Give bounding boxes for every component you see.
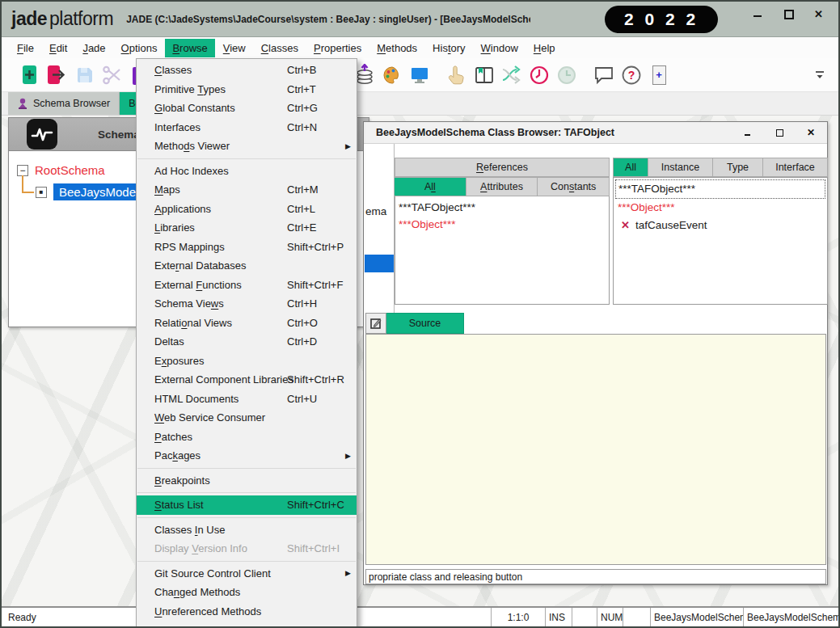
menu-item[interactable]: Global Constants Ctrl+G bbox=[137, 99, 357, 118]
tab-source[interactable]: Source bbox=[386, 313, 464, 334]
status-current-schema: BeeJaysModelSchema bbox=[650, 608, 743, 626]
menu-item[interactable]: Breakpoints bbox=[137, 471, 357, 491]
add-icon[interactable] bbox=[18, 62, 42, 88]
maximize-icon[interactable] bbox=[783, 9, 795, 20]
references-list-item[interactable]: ***TAFObject*** bbox=[399, 199, 606, 216]
menubar-item[interactable]: Edit bbox=[42, 39, 74, 57]
menu-item[interactable]: Maps Ctrl+M bbox=[137, 180, 357, 200]
references-list[interactable]: ***TAFObject******Object*** bbox=[395, 196, 610, 305]
help-icon[interactable]: ? bbox=[619, 62, 644, 88]
tree-expander-icon[interactable]: − bbox=[17, 165, 28, 176]
class-browser-title: BeeJaysModelSchema Class Browser: TAFObj… bbox=[376, 127, 614, 138]
references-subtab[interactable]: Attributes bbox=[466, 177, 538, 196]
menu-item[interactable]: Status List Shift+Ctrl+C bbox=[137, 495, 357, 515]
mdi-client-area: Schema Brow − RootSchema ■ BeeJaysModelS… bbox=[2, 116, 838, 608]
maximize-icon[interactable] bbox=[775, 129, 784, 137]
window-controls bbox=[753, 9, 825, 20]
menu-item[interactable]: External Functions Shift+Ctrl+F bbox=[137, 276, 357, 295]
menu-item[interactable]: Unreferenced Methods bbox=[137, 602, 357, 622]
members-list-item[interactable]: ***TAFObject*** bbox=[615, 179, 825, 199]
menubar-item[interactable]: Help bbox=[526, 39, 563, 57]
members-tab-type[interactable]: Type bbox=[713, 158, 763, 177]
references-panel: References AllAttributesConstants ***TAF… bbox=[395, 158, 610, 305]
menubar-item[interactable]: File bbox=[10, 39, 41, 57]
menubar-item[interactable]: View bbox=[216, 39, 253, 57]
menu-item[interactable]: Checked Out Methods bbox=[137, 621, 357, 628]
menubar-item[interactable]: Jade bbox=[75, 39, 112, 57]
menu-item[interactable]: Deltas Ctrl+D bbox=[137, 332, 357, 352]
menubar-item[interactable]: Properties bbox=[306, 39, 369, 57]
class-list-selected-row[interactable] bbox=[365, 255, 394, 272]
pin-icon bbox=[17, 97, 28, 110]
members-list-item[interactable]: tafCauseEvent bbox=[615, 217, 825, 234]
tab-references[interactable]: References bbox=[395, 158, 610, 177]
menu-item[interactable]: External Component Libraries Shift+Ctrl+… bbox=[137, 370, 357, 390]
status-spacer-2 bbox=[623, 608, 650, 626]
tree-expander-icon[interactable]: ■ bbox=[36, 187, 47, 198]
hand-pointer-icon[interactable] bbox=[445, 62, 469, 88]
menu-item[interactable]: Ad Hoc Indexes bbox=[137, 162, 357, 181]
close-icon[interactable] bbox=[807, 129, 816, 137]
menu-item[interactable]: Applications Ctrl+L bbox=[137, 200, 357, 219]
monitor-icon[interactable] bbox=[407, 62, 432, 88]
history-clock-icon[interactable] bbox=[527, 62, 551, 88]
menu-item[interactable]: Web Service Consumer bbox=[137, 408, 357, 428]
comment-icon[interactable] bbox=[592, 62, 616, 88]
status-num-lock: NUM bbox=[597, 608, 623, 626]
references-list-item[interactable]: ***Object*** bbox=[399, 216, 606, 233]
source-editor[interactable] bbox=[365, 334, 826, 565]
status-caret-position: 1:1:0 bbox=[491, 608, 545, 626]
status-spacer-1 bbox=[572, 608, 597, 626]
menu-item[interactable]: Libraries Ctrl+E bbox=[137, 218, 357, 238]
jade-logo: jadeplatform bbox=[11, 8, 113, 30]
references-subtab[interactable]: All bbox=[395, 177, 466, 196]
menubar-item[interactable]: Window bbox=[474, 39, 526, 57]
menu-item[interactable]: Classes In Use bbox=[137, 521, 357, 540]
menu-item[interactable]: RPS Mappings Shift+Ctrl+P bbox=[137, 238, 357, 257]
toolbar-overflow-icon[interactable] bbox=[808, 62, 832, 88]
menu-item[interactable]: Changed Methods bbox=[137, 583, 357, 602]
references-subtabs: AllAttributesConstants bbox=[395, 177, 610, 196]
menu-item[interactable]: Patches bbox=[137, 428, 357, 447]
window-tabbar: Schema Browser BeeJaysM bbox=[2, 92, 838, 116]
menu-item[interactable]: Methods Viewer bbox=[137, 137, 357, 156]
menu-item[interactable]: Exposures bbox=[137, 352, 357, 371]
members-tab-instance[interactable]: Instance bbox=[648, 158, 713, 177]
menu-item[interactable]: HTML Documents Ctrl+U bbox=[137, 390, 357, 409]
menubar-item[interactable]: History bbox=[425, 39, 472, 57]
menu-item[interactable]: External Databases bbox=[137, 256, 357, 276]
pulse-icon bbox=[27, 119, 57, 150]
shuffle-icon[interactable] bbox=[500, 62, 524, 88]
menu-item[interactable]: Primitive Types Ctrl+T bbox=[137, 80, 357, 99]
toolbar: ? + bbox=[2, 58, 838, 92]
members-list-item[interactable]: ***Object*** bbox=[615, 199, 825, 217]
submenu-arrow-icon bbox=[345, 142, 351, 150]
members-list[interactable]: ***TAFObject*** ***Object*** tafCauseEve… bbox=[613, 177, 828, 305]
save-icon bbox=[73, 62, 97, 88]
menubar-item[interactable]: Browse bbox=[165, 39, 214, 57]
minimize-icon[interactable] bbox=[753, 9, 764, 20]
palette-icon[interactable] bbox=[380, 62, 404, 88]
tab-schema-browser[interactable]: Schema Browser bbox=[8, 92, 120, 115]
menubar-item[interactable]: Methods bbox=[369, 39, 424, 57]
minimize-icon[interactable] bbox=[744, 129, 753, 137]
members-tab-interface[interactable]: Interface bbox=[763, 158, 828, 177]
menubar-item[interactable]: Options bbox=[114, 39, 165, 57]
menu-item[interactable]: Display Version Info Shift+Ctrl+I bbox=[137, 539, 357, 558]
menu-item[interactable]: Interfaces Ctrl+N bbox=[137, 118, 357, 137]
bookmarked-document-icon[interactable] bbox=[472, 62, 496, 88]
members-tab-all[interactable]: All bbox=[613, 158, 648, 177]
edit-source-icon-tab[interactable] bbox=[365, 313, 386, 334]
year-badge: 2 0 2 2 bbox=[605, 6, 718, 33]
menu-item[interactable]: Packages bbox=[137, 446, 357, 466]
close-icon[interactable] bbox=[814, 9, 825, 20]
add-small-button[interactable]: + bbox=[647, 62, 671, 88]
menu-item[interactable]: Relational Views Ctrl+O bbox=[137, 314, 357, 333]
menu-item[interactable]: Schema Views Ctrl+H bbox=[137, 294, 357, 314]
menu-item[interactable]: Classes Ctrl+B bbox=[137, 61, 357, 80]
menubar-item[interactable]: Classes bbox=[254, 39, 306, 57]
status-insert-mode: INS bbox=[545, 608, 572, 626]
export-icon[interactable] bbox=[45, 62, 70, 88]
references-subtab[interactable]: Constants bbox=[538, 177, 610, 196]
menu-item[interactable]: Git Source Control Client bbox=[137, 564, 357, 584]
